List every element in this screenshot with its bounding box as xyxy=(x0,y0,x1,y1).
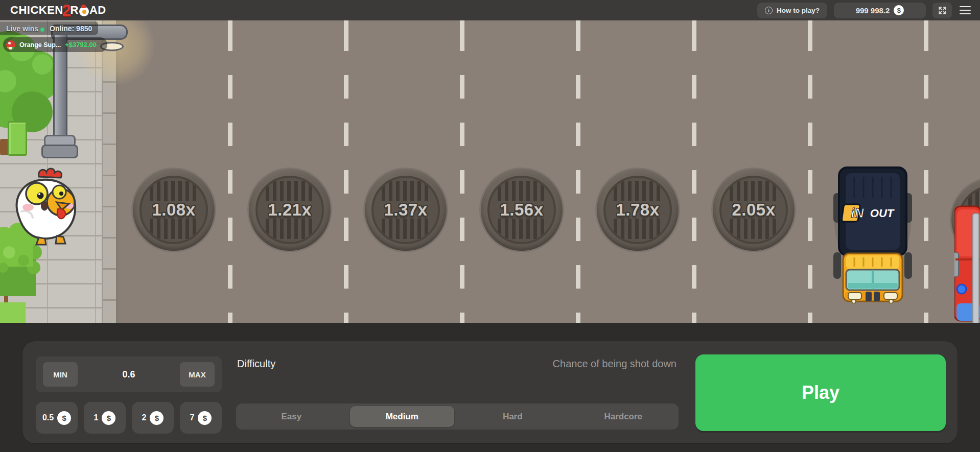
manhole-multiplier: 1.21x xyxy=(249,169,331,251)
live-wins-label: Live wins xyxy=(6,25,38,33)
menu-button[interactable] xyxy=(959,4,972,17)
multiplier-label: 1.56x xyxy=(500,200,543,220)
fire-truck xyxy=(954,203,980,323)
dollar-coin-icon: $ xyxy=(894,5,904,15)
game-logo: CHICKEN2RAD xyxy=(10,1,106,19)
quick-bet-button[interactable]: 2$ xyxy=(132,402,174,434)
top-bar: CHICKEN2RAD i How to play? 999 998.2 $ xyxy=(0,0,980,20)
logo-text-ad: AD xyxy=(89,4,106,17)
dollar-coin-icon: $ xyxy=(198,411,212,425)
manhole-multiplier: 1.08x xyxy=(133,169,215,251)
info-icon: i xyxy=(765,7,773,14)
multiplier-label: 1.21x xyxy=(268,200,311,220)
dollar-coin-icon: $ xyxy=(102,411,115,425)
fullscreen-icon xyxy=(938,6,947,15)
quick-bet-button[interactable]: 0.5$ xyxy=(36,402,78,434)
game-area: 1.08x1.21x1.37x1.56x1.78x2.05x xyxy=(0,20,980,323)
dollar-coin-icon: $ xyxy=(57,411,71,425)
online-dot xyxy=(40,28,44,32)
play-button[interactable]: Play xyxy=(695,354,946,431)
lane-divider xyxy=(344,20,348,323)
balance-display[interactable]: 999 998.2 $ xyxy=(834,3,926,18)
manhole-multiplier: 1.56x xyxy=(481,169,563,251)
winner-name: Orange Sup... xyxy=(19,41,61,49)
multiplier-label: 1.08x xyxy=(152,200,195,220)
quick-bet-amount: 0.5 xyxy=(42,413,54,422)
how-to-play-label: How to play? xyxy=(777,7,820,14)
quick-bet-button[interactable]: 1$ xyxy=(84,402,126,434)
multiplier-label: 2.05x xyxy=(732,200,775,220)
difficulty-tab-hard[interactable]: Hard xyxy=(460,406,565,427)
quick-bet-amount: 7 xyxy=(190,413,195,422)
lane-divider xyxy=(576,20,580,323)
difficulty-label: Difficulty xyxy=(237,358,275,370)
difficulty-tab-easy[interactable]: Easy xyxy=(239,406,344,427)
lane-divider xyxy=(924,20,928,323)
manhole-multiplier: 1.78x xyxy=(597,169,679,251)
fullscreen-button[interactable] xyxy=(932,3,952,18)
logo-text-chicken: CHICKEN xyxy=(10,4,63,17)
logo-text-r: R xyxy=(70,4,78,17)
chicken-head-icon xyxy=(79,7,89,16)
manhole-multiplier: 2.05x xyxy=(713,169,795,251)
max-bet-button[interactable]: MAX xyxy=(180,362,215,387)
difficulty-section: Difficulty Chance of being shot down Eas… xyxy=(236,341,679,443)
multiplier-label: 1.78x xyxy=(616,200,659,220)
quick-bet-amount: 1 xyxy=(94,413,99,422)
control-card: MIN 0.6 MAX 0.5$1$2$7$ Difficulty Chance… xyxy=(22,341,958,443)
dollar-coin-icon: $ xyxy=(150,411,164,425)
how-to-play-button[interactable]: i How to play? xyxy=(757,3,827,18)
difficulty-tab-medium[interactable]: Medium xyxy=(350,406,455,427)
truck: iN OUT xyxy=(833,166,913,303)
lane-divider xyxy=(692,20,696,323)
difficulty-tab-hardcore[interactable]: Hardcore xyxy=(571,406,676,427)
street-lamp-base-bottom xyxy=(41,145,78,158)
lane-divider xyxy=(808,20,812,323)
bet-amount-box: MIN 0.6 MAX xyxy=(36,356,222,392)
quick-bet-button[interactable]: 7$ xyxy=(180,402,222,434)
chicken-character xyxy=(8,166,90,249)
lane-divider xyxy=(460,20,464,323)
chance-label: Chance of being shot down xyxy=(553,358,676,370)
difficulty-tabs: EasyMediumHardHardcore xyxy=(236,403,679,430)
quick-bet-row: 0.5$1$2$7$ xyxy=(36,402,222,434)
manhole-multiplier: 1.37x xyxy=(365,169,447,251)
winner-amount: +$3792.00 xyxy=(65,41,97,49)
logo-text-2: 2 xyxy=(62,2,72,20)
header-controls: i How to play? 999 998.2 $ xyxy=(757,3,972,18)
quick-bet-amount: 2 xyxy=(142,413,147,422)
online-count: Online: 9850 xyxy=(50,25,92,33)
winner-avatar xyxy=(6,40,15,50)
multiplier-label: 1.37x xyxy=(384,200,427,220)
live-win-row: Orange Sup... +$3792.00 xyxy=(3,37,107,52)
balance-value: 999 998.2 xyxy=(856,6,890,15)
app-root: CHICKEN2RAD i How to play? 999 998.2 $ xyxy=(0,0,980,452)
grass-patch xyxy=(8,121,27,156)
lane-divider xyxy=(228,20,232,323)
truck-logo-in: iN xyxy=(851,206,865,220)
menu-icon xyxy=(960,6,971,8)
bottom-panel: MIN 0.6 MAX 0.5$1$2$7$ Difficulty Chance… xyxy=(0,323,980,452)
truck-logo-out: OUT xyxy=(870,207,895,220)
